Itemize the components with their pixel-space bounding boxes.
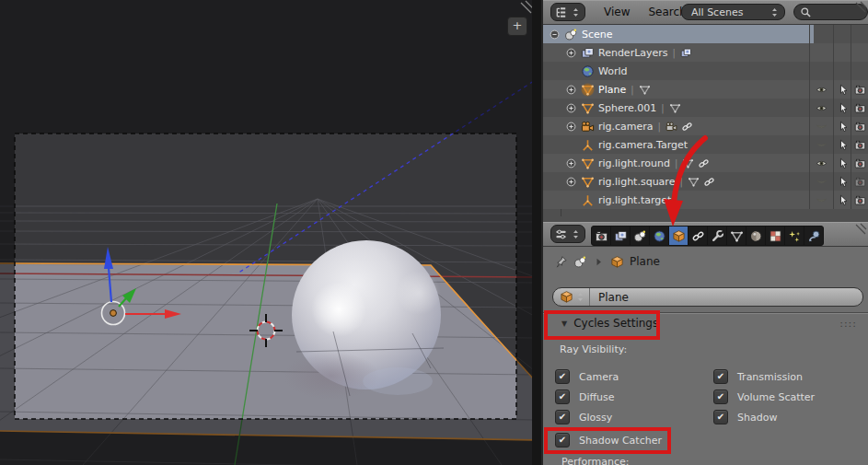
pin-icon[interactable] [554, 255, 568, 269]
outliner-item-label[interactable]: rig.light.target [598, 194, 671, 206]
checkbox-shadow[interactable]: ✔Shadow [713, 410, 777, 424]
visibility-toggle[interactable] [809, 99, 833, 117]
selectability-toggle[interactable] [833, 117, 851, 135]
tab-modifiers[interactable] [708, 227, 727, 245]
outliner-row-rig-camera[interactable]: rig.camera| [543, 117, 868, 135]
visibility-toggle[interactable] [809, 172, 833, 191]
tab-scene[interactable] [631, 227, 650, 245]
checkbox-glossy[interactable]: ✔Glossy [555, 410, 612, 424]
cycles-settings-panel-header[interactable]: ▼ Cycles Settings [561, 317, 658, 330]
checkbox-box[interactable]: ✔ [555, 433, 570, 448]
camera-icon [581, 120, 595, 134]
checkbox-transmission[interactable]: ✔Transmission [713, 369, 803, 384]
scene-filter-dropdown[interactable]: All Scenes [681, 4, 785, 20]
outliner-item-label[interactable]: rig.light.square [598, 176, 675, 188]
visibility-toggle[interactable] [809, 80, 833, 99]
visibility-toggle[interactable] [809, 117, 833, 135]
visibility-toggle[interactable] [809, 62, 833, 80]
tree-expander-icon[interactable] [565, 84, 577, 96]
render-toggle[interactable] [851, 99, 868, 117]
outliner-search-field[interactable] [793, 4, 868, 20]
tab-data[interactable] [727, 227, 746, 245]
tab-physics[interactable] [804, 227, 823, 245]
outliner-row-rig-light-target[interactable]: rig.light.target [543, 191, 868, 209]
region-expand-button[interactable]: + [507, 17, 527, 36]
outliner-item-label[interactable]: rig.camera.Target [598, 139, 688, 151]
visibility-toggle[interactable] [809, 154, 833, 172]
panel-drag-handle[interactable]: :::: [839, 318, 857, 330]
outliner-item-label[interactable]: Scene [582, 29, 613, 41]
outliner-row-plane[interactable]: Plane| [543, 80, 868, 99]
tab-constraints[interactable] [689, 227, 708, 245]
outliner-item-label[interactable]: Plane [598, 84, 626, 96]
checkbox-box[interactable]: ✔ [713, 369, 728, 384]
selectability-toggle[interactable] [833, 43, 851, 62]
visibility-toggle[interactable] [809, 191, 833, 209]
object-name-field[interactable]: Plane [552, 287, 863, 307]
outliner-item-label[interactable]: rig.camera [598, 121, 654, 133]
properties-resize-corner[interactable] [854, 223, 867, 236]
checkbox-box[interactable]: ✔ [555, 369, 570, 384]
checkbox-box[interactable]: ✔ [555, 410, 570, 424]
tree-expander-icon[interactable] [549, 29, 561, 41]
tab-render-layers[interactable] [611, 227, 631, 245]
render-toggle[interactable] [851, 191, 868, 209]
outliner-row-rig-light-round[interactable]: rig.light.round| [543, 154, 868, 172]
checkbox-box[interactable]: ✔ [713, 410, 728, 424]
outliner-item-label[interactable]: RenderLayers [598, 47, 668, 59]
visibility-toggle[interactable] [809, 135, 833, 154]
selectability-toggle[interactable] [833, 99, 851, 117]
tree-expander-icon[interactable] [565, 102, 577, 114]
render-toggle[interactable] [851, 62, 868, 80]
breadcrumb-object-name[interactable]: Plane [630, 255, 660, 268]
selectability-toggle[interactable] [833, 172, 851, 191]
visibility-toggle[interactable] [809, 43, 833, 62]
editor-type-selector[interactable] [550, 225, 585, 243]
viewport-3d[interactable]: + [0, 0, 534, 465]
editor-type-selector[interactable] [550, 3, 585, 21]
mesh-icon [581, 175, 595, 189]
render-toggle[interactable] [851, 80, 868, 99]
tree-expander-icon[interactable] [565, 157, 577, 169]
render-toggle[interactable] [851, 154, 868, 172]
checkbox-shadow-catcher[interactable]: ✔Shadow Catcher [555, 433, 662, 448]
outliner-row-scene[interactable]: Scene [543, 25, 868, 43]
outliner-row-renderlayers[interactable]: RenderLayers| [543, 43, 868, 62]
render-toggle[interactable] [851, 135, 868, 154]
outliner-row-sphere-001[interactable]: Sphere.001| [543, 99, 868, 117]
outliner-row-rig-camera-target[interactable]: rig.camera.Target [543, 135, 868, 154]
selectability-toggle[interactable] [833, 154, 851, 172]
checkbox-volume-scatter[interactable]: ✔Volume Scatter [713, 389, 815, 404]
selectability-toggle[interactable] [833, 62, 851, 80]
outliner-row-world[interactable]: World [543, 62, 868, 80]
outliner-panel: View Search All Scenes SceneRenderLayers… [541, 0, 868, 222]
tree-expander-icon[interactable] [565, 47, 577, 59]
checkbox-diffuse[interactable]: ✔Diffuse [555, 389, 615, 404]
tab-object[interactable] [669, 227, 689, 245]
menu-view[interactable]: View [604, 6, 630, 18]
render-toggle[interactable] [851, 25, 868, 43]
tab-particles[interactable] [785, 227, 804, 245]
tree-expander-icon[interactable] [565, 121, 577, 133]
outliner-item-label[interactable]: Sphere.001 [598, 102, 656, 114]
selectability-toggle[interactable] [833, 135, 851, 154]
selectability-toggle[interactable] [833, 80, 851, 99]
tab-world[interactable] [650, 227, 669, 245]
checkbox-box[interactable]: ✔ [555, 389, 570, 404]
tab-texture[interactable] [766, 227, 785, 245]
selectability-toggle[interactable] [833, 25, 851, 43]
tree-expander-icon[interactable] [565, 176, 577, 188]
checkbox-box[interactable]: ✔ [713, 389, 728, 404]
render-toggle[interactable] [851, 43, 868, 62]
outliner-item-label[interactable]: rig.light.round [598, 157, 670, 169]
render-toggle[interactable] [851, 117, 868, 135]
visibility-toggle[interactable] [809, 25, 833, 43]
tab-render[interactable] [592, 227, 611, 245]
chevron-updown-icon[interactable] [574, 291, 586, 303]
selectability-toggle[interactable] [833, 191, 851, 209]
outliner-row-rig-light-square[interactable]: rig.light.square| [543, 172, 868, 191]
outliner-item-label[interactable]: World [598, 65, 628, 77]
tab-material[interactable] [746, 227, 766, 245]
render-toggle[interactable] [851, 172, 868, 191]
checkbox-camera[interactable]: ✔Camera [555, 369, 619, 384]
